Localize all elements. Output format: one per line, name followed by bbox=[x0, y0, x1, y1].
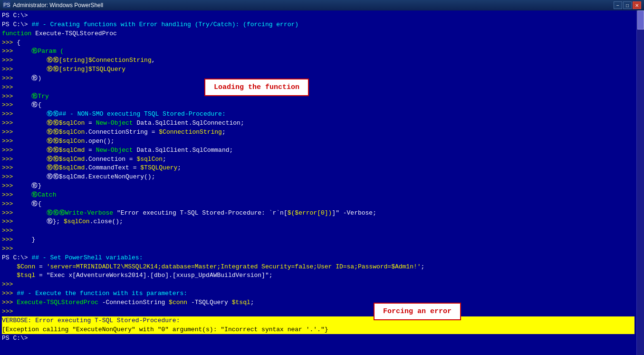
terminal-line: >>> ⑯⑯$sqlCmd = New-Object Data.SqlClien… bbox=[2, 146, 634, 155]
callout-loading: Loading the function bbox=[204, 79, 309, 96]
terminal-line: >>> bbox=[2, 227, 634, 236]
close-button[interactable]: ✕ bbox=[633, 1, 641, 9]
terminal-line: >>> ⑯⑯$sqlCmd.CommandText = $TSQLQuery; bbox=[2, 164, 634, 173]
terminal-line: >>> ⑯⑯[string]$TSQLQuery bbox=[2, 65, 634, 74]
terminal-line: PS C:\> bbox=[2, 11, 634, 20]
svg-text:PS: PS bbox=[3, 2, 10, 8]
terminal-line: PS C:\> bbox=[2, 334, 634, 343]
terminal-line: >>> } bbox=[2, 236, 634, 245]
terminal-line: >>> ⑯⑯[string]$ConnectionString, bbox=[2, 56, 634, 65]
terminal-line: >>> ⑯{ bbox=[2, 200, 634, 209]
terminal-line: >>> ⑯⑯$sqlCon.open(); bbox=[2, 137, 634, 146]
terminal-line: function Execute-TSQLStoredProc bbox=[2, 30, 634, 39]
terminal-line: >>> ⑯⑯$sqlCmd.ExecuteNonQuery(); bbox=[2, 173, 634, 182]
terminal-line: PS C:\> ## - Set PowerShell variables: bbox=[2, 254, 634, 263]
terminal-line: $tsql = "Exec x[AdventureWorks2014].[dbo… bbox=[2, 271, 634, 280]
terminal-line: >>> ⑯⑯$sqlCon = New-Object Data.SqlClien… bbox=[2, 119, 634, 128]
minimize-button[interactable]: − bbox=[614, 1, 622, 9]
titlebar: PS Administrator: Windows PowerShell − □… bbox=[0, 0, 644, 10]
terminal-exception-line: [Exception calling "ExecuteNonQuery" wit… bbox=[2, 325, 634, 335]
terminal-line: >>> bbox=[2, 245, 634, 254]
terminal-line: >>> ⑯) bbox=[2, 74, 634, 83]
terminal-line: >>> ⑯{ bbox=[2, 101, 634, 110]
scrollbar-thumb[interactable] bbox=[637, 10, 644, 30]
terminal-window: PS C:\> PS C:\> ## - Creating functions … bbox=[0, 10, 644, 355]
terminal-line: >>> ⑯⑯$sqlCon.ConnectionString = $Connec… bbox=[2, 128, 634, 137]
terminal-line: >>> ⑯Try bbox=[2, 92, 634, 101]
callout-forcing: Forcing an error bbox=[374, 303, 461, 320]
terminal-line: >>> Execute-TSQLStoredProc -ConnectionSt… bbox=[2, 298, 634, 307]
terminal-line: PS C:\> ## - Creating functions with Err… bbox=[2, 20, 634, 30]
terminal-line: >>> ⑯⑯## - NON-SMO executing TSQL Stored… bbox=[2, 110, 634, 119]
scrollbar[interactable] bbox=[636, 10, 644, 355]
terminal-line: >>> bbox=[2, 307, 634, 316]
terminal-line: >>> ⑯} bbox=[2, 182, 634, 191]
window-title: Administrator: Windows PowerShell bbox=[13, 2, 614, 9]
terminal-line: >>> ## - Execute the function with its p… bbox=[2, 289, 634, 298]
terminal-line: >>> bbox=[2, 280, 634, 289]
terminal-line: >>> ⑯⑯⑯Write-Verbose "Error executing T-… bbox=[2, 209, 634, 218]
window-controls: − □ ✕ bbox=[614, 1, 641, 9]
terminal-line: >>> bbox=[2, 83, 634, 92]
terminal-line: >>> { bbox=[2, 39, 634, 48]
terminal-line: >>> ⑯Catch bbox=[2, 191, 634, 200]
maximize-button[interactable]: □ bbox=[623, 1, 632, 9]
terminal-line: >>> ⑯}; $sqlCon.close(); bbox=[2, 217, 634, 227]
terminal-line: $Conn = 'server=MTRINIDADLT2\MSSQL2K14;d… bbox=[2, 263, 634, 272]
terminal-verbose-line: VERBOSE: Error executing T-SQL Stored-Pr… bbox=[2, 316, 634, 325]
terminal-line: >>> ⑯⑯$sqlCmd.Connection = $sqlCon; bbox=[2, 155, 634, 164]
terminal-line: >>> ⑯Param ( bbox=[2, 47, 634, 56]
terminal-content: PS C:\> PS C:\> ## - Creating functions … bbox=[0, 11, 644, 343]
app-icon: PS bbox=[3, 0, 10, 10]
